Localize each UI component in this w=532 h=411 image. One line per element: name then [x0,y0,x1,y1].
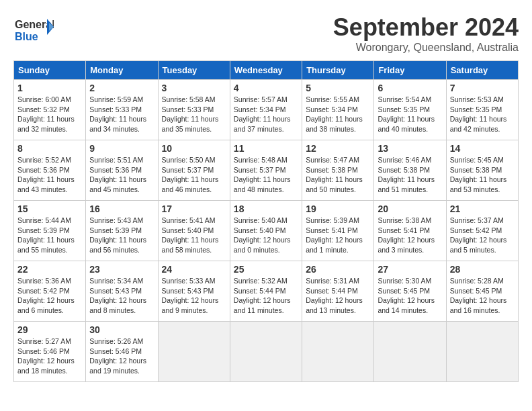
day-number: 6 [378,83,442,93]
calendar-cell: 30Sunrise: 5:26 AM Sunset: 5:46 PM Dayli… [86,322,158,382]
day-info: Sunrise: 5:58 AM Sunset: 5:33 PM Dayligh… [162,95,226,134]
weekday-friday: Friday [374,61,446,80]
day-number: 13 [378,143,442,154]
calendar-cell: 23Sunrise: 5:34 AM Sunset: 5:43 PM Dayli… [86,261,158,322]
day-number: 26 [306,264,370,275]
day-info: Sunrise: 5:51 AM Sunset: 5:36 PM Dayligh… [89,155,154,195]
calendar-table: SundayMondayTuesdayWednesdayThursdayFrid… [13,60,519,382]
day-info: Sunrise: 5:52 AM Sunset: 5:36 PM Dayligh… [17,155,82,195]
day-info: Sunrise: 5:40 AM Sunset: 5:40 PM Dayligh… [234,216,298,255]
day-number: 1 [17,83,82,93]
day-number: 4 [234,83,298,93]
calendar-cell [158,322,230,382]
day-number: 9 [89,143,154,154]
day-info: Sunrise: 5:47 AM Sunset: 5:38 PM Dayligh… [306,155,370,195]
day-number: 25 [234,264,298,275]
day-number: 5 [306,83,370,93]
calendar-cell: 26Sunrise: 5:31 AM Sunset: 5:44 PM Dayli… [302,261,374,322]
calendar-cell: 18Sunrise: 5:40 AM Sunset: 5:40 PM Dayli… [230,201,302,261]
day-number: 29 [17,324,82,335]
day-number: 14 [450,143,515,154]
calendar-cell: 16Sunrise: 5:43 AM Sunset: 5:39 PM Dayli… [86,201,158,261]
calendar-cell: 5Sunrise: 5:55 AM Sunset: 5:34 PM Daylig… [302,80,374,140]
title-block: September 2024 Worongary, Queensland, Au… [333,13,519,54]
weekday-tuesday: Tuesday [158,61,230,80]
calendar-cell: 10Sunrise: 5:50 AM Sunset: 5:37 PM Dayli… [158,140,230,201]
month-title: September 2024 [333,13,519,42]
day-number: 19 [306,203,370,214]
calendar-cell [374,322,446,382]
calendar-cell: 8Sunrise: 5:52 AM Sunset: 5:36 PM Daylig… [14,140,86,201]
day-info: Sunrise: 5:53 AM Sunset: 5:35 PM Dayligh… [450,95,515,134]
day-info: Sunrise: 5:41 AM Sunset: 5:40 PM Dayligh… [162,216,226,255]
calendar-cell: 2Sunrise: 5:59 AM Sunset: 5:33 PM Daylig… [86,80,158,140]
day-number: 10 [162,143,226,154]
day-number: 3 [162,83,226,93]
weekday-saturday: Saturday [446,61,518,80]
calendar-cell: 1Sunrise: 6:00 AM Sunset: 5:32 PM Daylig… [14,80,86,140]
calendar-cell: 29Sunrise: 5:27 AM Sunset: 5:46 PM Dayli… [14,322,86,382]
day-info: Sunrise: 5:28 AM Sunset: 5:45 PM Dayligh… [450,276,515,316]
week-row-4: 22Sunrise: 5:36 AM Sunset: 5:42 PM Dayli… [14,261,519,322]
day-info: Sunrise: 5:26 AM Sunset: 5:46 PM Dayligh… [89,336,154,376]
day-info: Sunrise: 5:43 AM Sunset: 5:39 PM Dayligh… [89,216,154,255]
location-subtitle: Worongary, Queensland, Australia [333,42,519,54]
calendar-cell: 21Sunrise: 5:37 AM Sunset: 5:42 PM Dayli… [446,201,518,261]
day-number: 23 [89,264,154,275]
calendar-cell: 7Sunrise: 5:53 AM Sunset: 5:35 PM Daylig… [446,80,518,140]
calendar-cell: 9Sunrise: 5:51 AM Sunset: 5:36 PM Daylig… [86,140,158,201]
calendar-cell: 15Sunrise: 5:44 AM Sunset: 5:39 PM Dayli… [14,201,86,261]
day-info: Sunrise: 5:37 AM Sunset: 5:42 PM Dayligh… [450,216,515,255]
day-number: 17 [162,203,226,214]
calendar-cell: 20Sunrise: 5:38 AM Sunset: 5:41 PM Dayli… [374,201,446,261]
calendar-cell: 25Sunrise: 5:32 AM Sunset: 5:44 PM Dayli… [230,261,302,322]
day-info: Sunrise: 5:54 AM Sunset: 5:35 PM Dayligh… [378,95,442,134]
weekday-header-row: SundayMondayTuesdayWednesdayThursdayFrid… [14,61,519,80]
calendar-cell: 3Sunrise: 5:58 AM Sunset: 5:33 PM Daylig… [158,80,230,140]
day-info: Sunrise: 5:57 AM Sunset: 5:34 PM Dayligh… [234,95,298,134]
day-info: Sunrise: 5:34 AM Sunset: 5:43 PM Dayligh… [89,276,154,316]
day-number: 24 [162,264,226,275]
day-number: 18 [234,203,298,214]
day-number: 20 [378,203,442,214]
calendar-cell: 17Sunrise: 5:41 AM Sunset: 5:40 PM Dayli… [158,201,230,261]
day-number: 30 [89,324,154,335]
logo: General Blue [13,13,55,47]
day-number: 11 [234,143,298,154]
calendar-cell [302,322,374,382]
calendar-cell: 13Sunrise: 5:46 AM Sunset: 5:38 PM Dayli… [374,140,446,201]
day-info: Sunrise: 5:30 AM Sunset: 5:45 PM Dayligh… [378,276,442,316]
day-info: Sunrise: 5:31 AM Sunset: 5:44 PM Dayligh… [306,276,370,316]
svg-text:Blue: Blue [15,31,38,42]
day-number: 27 [378,264,442,275]
day-info: Sunrise: 5:59 AM Sunset: 5:33 PM Dayligh… [89,95,154,134]
day-number: 22 [17,264,82,275]
calendar-cell: 28Sunrise: 5:28 AM Sunset: 5:45 PM Dayli… [446,261,518,322]
calendar-cell: 4Sunrise: 5:57 AM Sunset: 5:34 PM Daylig… [230,80,302,140]
week-row-1: 1Sunrise: 6:00 AM Sunset: 5:32 PM Daylig… [14,80,519,140]
week-row-2: 8Sunrise: 5:52 AM Sunset: 5:36 PM Daylig… [14,140,519,201]
day-info: Sunrise: 5:39 AM Sunset: 5:41 PM Dayligh… [306,216,370,255]
weekday-monday: Monday [86,61,158,80]
weekday-sunday: Sunday [14,61,86,80]
day-number: 28 [450,264,515,275]
calendar-cell: 6Sunrise: 5:54 AM Sunset: 5:35 PM Daylig… [374,80,446,140]
day-info: Sunrise: 5:38 AM Sunset: 5:41 PM Dayligh… [378,216,442,255]
calendar-cell: 14Sunrise: 5:45 AM Sunset: 5:38 PM Dayli… [446,140,518,201]
day-info: Sunrise: 5:32 AM Sunset: 5:44 PM Dayligh… [234,276,298,316]
calendar-cell: 11Sunrise: 5:48 AM Sunset: 5:37 PM Dayli… [230,140,302,201]
weekday-wednesday: Wednesday [230,61,302,80]
day-number: 15 [17,203,82,214]
day-info: Sunrise: 5:50 AM Sunset: 5:37 PM Dayligh… [162,155,226,195]
day-info: Sunrise: 5:45 AM Sunset: 5:38 PM Dayligh… [450,155,515,195]
day-info: Sunrise: 5:36 AM Sunset: 5:42 PM Dayligh… [17,276,82,316]
day-info: Sunrise: 5:33 AM Sunset: 5:43 PM Dayligh… [162,276,226,316]
logo-icon: General Blue [13,13,54,47]
weekday-thursday: Thursday [302,61,374,80]
day-number: 7 [450,83,515,93]
calendar-cell: 12Sunrise: 5:47 AM Sunset: 5:38 PM Dayli… [302,140,374,201]
calendar-cell [446,322,518,382]
calendar-cell: 22Sunrise: 5:36 AM Sunset: 5:42 PM Dayli… [14,261,86,322]
day-info: Sunrise: 6:00 AM Sunset: 5:32 PM Dayligh… [17,95,82,134]
week-row-5: 29Sunrise: 5:27 AM Sunset: 5:46 PM Dayli… [14,322,519,382]
